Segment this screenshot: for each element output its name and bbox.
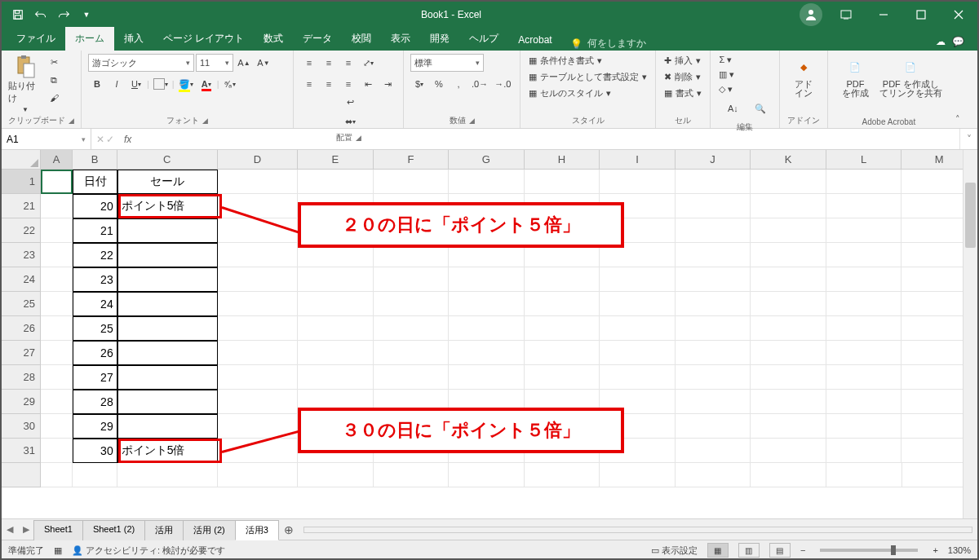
- cell-Ex[interactable]: [298, 463, 374, 487]
- undo-icon[interactable]: [31, 5, 51, 24]
- cell-J30[interactable]: [676, 414, 751, 439]
- align-middle-icon[interactable]: ≡: [320, 54, 338, 72]
- cell-D31[interactable]: [218, 439, 298, 463]
- tab-開発[interactable]: 開発: [420, 27, 459, 51]
- format-cells-button[interactable]: ▦ 書式 ▾: [662, 86, 703, 100]
- cell-B1[interactable]: 日付: [73, 170, 117, 194]
- cell-C23[interactable]: [117, 243, 218, 267]
- clipboard-dialog-launcher[interactable]: ◢: [69, 117, 74, 125]
- cell-D28[interactable]: [218, 365, 298, 390]
- align-center-icon[interactable]: ≡: [320, 75, 338, 93]
- cell-L26[interactable]: [826, 316, 902, 341]
- underline-button[interactable]: U▾: [127, 75, 145, 93]
- save-icon[interactable]: [8, 5, 28, 24]
- share-icon[interactable]: ☁: [936, 36, 946, 47]
- cell-A26[interactable]: [41, 316, 73, 341]
- cell-G28[interactable]: [449, 365, 525, 390]
- italic-button[interactable]: I: [108, 75, 126, 93]
- cell-K22[interactable]: [751, 218, 826, 243]
- align-top-icon[interactable]: ≡: [300, 54, 318, 72]
- cell-B22[interactable]: 21: [73, 218, 117, 243]
- fill-color-button[interactable]: 🪣▾: [176, 75, 196, 93]
- font-size-combo[interactable]: 11▾: [196, 54, 233, 72]
- horizontal-scrollbar[interactable]: [303, 524, 972, 536]
- tab-ファイル[interactable]: ファイル: [7, 27, 65, 51]
- cell-J27[interactable]: [676, 341, 751, 365]
- cell-H26[interactable]: [525, 316, 600, 341]
- cell-L22[interactable]: [826, 218, 902, 243]
- cell-A31[interactable]: [41, 439, 73, 463]
- col-header-D[interactable]: D: [218, 150, 298, 169]
- cell-I28[interactable]: [600, 365, 676, 390]
- tab-数式[interactable]: 数式: [254, 27, 293, 51]
- tab-校閲[interactable]: 校閲: [342, 27, 381, 51]
- cut-icon[interactable]: ✂: [46, 54, 62, 70]
- bold-button[interactable]: B: [88, 75, 106, 93]
- cell-B26[interactable]: 25: [73, 316, 117, 341]
- cell-K26[interactable]: [751, 316, 826, 341]
- row-header-26[interactable]: 26: [2, 316, 40, 341]
- cell-C27[interactable]: [117, 341, 218, 365]
- cell-A22[interactable]: [41, 218, 73, 243]
- cell-H25[interactable]: [525, 292, 600, 316]
- col-header-J[interactable]: J: [676, 150, 751, 169]
- cell-E26[interactable]: [298, 316, 374, 341]
- cell-B31[interactable]: 30: [73, 439, 117, 463]
- redo-icon[interactable]: [54, 5, 73, 24]
- cell-F27[interactable]: [374, 341, 450, 365]
- cell-Cx[interactable]: [117, 463, 218, 487]
- zoom-out-button[interactable]: −: [800, 545, 805, 555]
- cell-L30[interactable]: [826, 414, 902, 439]
- cell-C21[interactable]: ポイント5倍: [117, 194, 218, 218]
- cell-C22[interactable]: [117, 218, 218, 243]
- merge-center-icon[interactable]: ⬌▾: [303, 112, 396, 130]
- cell-D21[interactable]: [218, 194, 298, 218]
- cancel-formula-icon[interactable]: ✕: [96, 134, 104, 145]
- new-sheet-button[interactable]: ⊕: [279, 523, 299, 536]
- fill-button[interactable]: ▥ ▾: [717, 68, 736, 81]
- cell-Dx[interactable]: [218, 463, 298, 487]
- cell-C24[interactable]: [117, 267, 218, 292]
- phonetic-button[interactable]: ᵃ⁄ₐ▾: [221, 75, 239, 93]
- ribbon-display-options-icon[interactable]: [827, 2, 865, 28]
- cell-K28[interactable]: [751, 365, 826, 390]
- tab-ホーム[interactable]: ホーム: [65, 27, 114, 51]
- cell-A27[interactable]: [41, 341, 73, 365]
- col-header-B[interactable]: B: [73, 150, 117, 169]
- cell-J25[interactable]: [676, 292, 751, 316]
- cell-E27[interactable]: [298, 341, 374, 365]
- cell-B28[interactable]: 27: [73, 365, 117, 390]
- cell-Gx[interactable]: [449, 463, 525, 487]
- col-header-E[interactable]: E: [298, 150, 374, 169]
- maximize-button[interactable]: [902, 2, 940, 28]
- sort-filter-button[interactable]: A↓: [720, 95, 745, 120]
- cell-A30[interactable]: [41, 414, 73, 439]
- cell-I24[interactable]: [600, 267, 676, 292]
- cell-F26[interactable]: [374, 316, 450, 341]
- cell-J21[interactable]: [676, 194, 751, 218]
- share-pdf-button[interactable]: 📄 PDF を作成し てリンクを共有: [879, 54, 942, 98]
- cell-L27[interactable]: [826, 341, 902, 365]
- cell-G25[interactable]: [449, 292, 525, 316]
- cell-F24[interactable]: [374, 267, 450, 292]
- cell-Lx[interactable]: [826, 463, 902, 487]
- cell-K30[interactable]: [751, 414, 826, 439]
- expand-formula-bar-icon[interactable]: ˅: [959, 129, 977, 149]
- row-header-29[interactable]: 29: [2, 390, 40, 414]
- cell-L28[interactable]: [826, 365, 902, 390]
- cell-J28[interactable]: [676, 365, 751, 390]
- format-as-table-button[interactable]: ▦ テーブルとして書式設定 ▾: [527, 70, 649, 84]
- row-header-28[interactable]: 28: [2, 365, 40, 390]
- cell-H28[interactable]: [525, 365, 600, 390]
- cell-L25[interactable]: [826, 292, 902, 316]
- row-header-21[interactable]: 21: [2, 194, 40, 218]
- col-header-I[interactable]: I: [600, 150, 676, 169]
- row-header-31[interactable]: 31: [2, 439, 40, 463]
- cell-K24[interactable]: [751, 267, 826, 292]
- cell-K1[interactable]: [751, 170, 826, 194]
- row-header-23[interactable]: 23: [2, 243, 40, 267]
- cell-F1[interactable]: [374, 170, 450, 194]
- cell-Ix[interactable]: [600, 463, 676, 487]
- page-break-view-icon[interactable]: ▤: [769, 543, 791, 558]
- font-dialog-launcher[interactable]: ◢: [202, 117, 208, 125]
